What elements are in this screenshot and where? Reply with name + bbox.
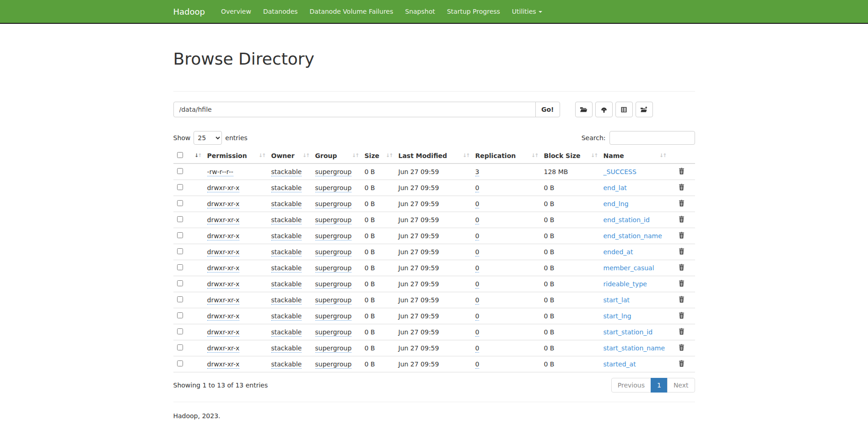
move-to-folder-button[interactable]: [636, 102, 653, 117]
file-name-link[interactable]: started_at: [604, 360, 636, 368]
file-name-link[interactable]: end_station_name: [604, 232, 662, 240]
permission-cell[interactable]: -rw-r--r--: [207, 168, 233, 176]
owner-cell[interactable]: stackable: [271, 216, 302, 224]
delete-button[interactable]: [679, 280, 685, 287]
owner-cell[interactable]: stackable: [271, 232, 302, 240]
permission-cell[interactable]: drwxr-xr-x: [207, 280, 240, 289]
delete-button[interactable]: [679, 248, 685, 255]
group-cell[interactable]: supergroup: [315, 280, 352, 289]
replication-cell[interactable]: 0: [475, 280, 480, 289]
row-checkbox[interactable]: [177, 200, 183, 206]
column-header-select-all[interactable]: ↓↑: [173, 148, 204, 164]
file-name-link[interactable]: start_station_name: [604, 344, 665, 352]
group-cell[interactable]: supergroup: [315, 296, 352, 305]
pagination-next[interactable]: Next: [667, 378, 695, 393]
row-checkbox[interactable]: [177, 280, 183, 286]
row-checkbox[interactable]: [177, 360, 183, 366]
file-name-link[interactable]: end_station_id: [604, 216, 650, 224]
owner-cell[interactable]: stackable: [271, 328, 302, 337]
owner-cell[interactable]: stackable: [271, 200, 302, 208]
select-all-checkbox[interactable]: [177, 152, 183, 158]
nav-item-startup-progress[interactable]: Startup Progress: [441, 0, 506, 23]
group-cell[interactable]: supergroup: [315, 200, 352, 208]
file-name-link[interactable]: start_lng: [604, 312, 631, 320]
column-header-group[interactable]: Group↓↑: [312, 148, 361, 164]
delete-button[interactable]: [679, 216, 685, 223]
row-checkbox[interactable]: [177, 264, 183, 270]
upload-file-button[interactable]: [595, 102, 613, 117]
column-header-owner[interactable]: Owner↓↑: [268, 148, 312, 164]
file-name-link[interactable]: end_lat: [604, 184, 627, 191]
replication-cell[interactable]: 0: [475, 200, 480, 208]
owner-cell[interactable]: stackable: [271, 248, 302, 256]
row-checkbox[interactable]: [177, 168, 183, 174]
replication-cell[interactable]: 3: [475, 168, 480, 176]
owner-cell[interactable]: stackable: [271, 168, 302, 176]
group-cell[interactable]: supergroup: [315, 232, 352, 240]
row-checkbox[interactable]: [177, 296, 183, 302]
brand-hadoop[interactable]: Hadoop: [173, 7, 205, 16]
delete-button[interactable]: [679, 200, 685, 207]
delete-button[interactable]: [679, 296, 685, 303]
delete-button[interactable]: [679, 328, 685, 335]
page-size-select[interactable]: 25: [194, 131, 222, 145]
delete-button[interactable]: [679, 168, 685, 175]
file-name-link[interactable]: member_casual: [604, 264, 654, 272]
delete-button[interactable]: [679, 344, 685, 351]
nav-item-utilities[interactable]: Utilities: [506, 0, 548, 23]
row-checkbox[interactable]: [177, 344, 183, 350]
delete-button[interactable]: [679, 232, 685, 239]
owner-cell[interactable]: stackable: [271, 280, 302, 289]
group-cell[interactable]: supergroup: [315, 184, 352, 192]
replication-cell[interactable]: 0: [475, 296, 480, 305]
file-name-link[interactable]: start_station_id: [604, 328, 653, 336]
pagination-page-1[interactable]: 1: [651, 378, 668, 393]
group-cell[interactable]: supergroup: [315, 312, 352, 321]
go-button[interactable]: Go!: [535, 102, 560, 117]
column-header-name[interactable]: Name↓↑: [600, 148, 669, 164]
file-name-link[interactable]: end_lng: [604, 200, 629, 207]
row-checkbox[interactable]: [177, 312, 183, 318]
permission-cell[interactable]: drwxr-xr-x: [207, 232, 240, 240]
file-name-link[interactable]: _SUCCESS: [604, 168, 636, 175]
permission-cell[interactable]: drwxr-xr-x: [207, 216, 240, 224]
create-directory-button[interactable]: [575, 102, 593, 117]
permission-cell[interactable]: drwxr-xr-x: [207, 248, 240, 256]
nav-item-datanodes[interactable]: Datanodes: [257, 0, 304, 23]
row-checkbox[interactable]: [177, 232, 183, 238]
file-name-link[interactable]: rideable_type: [604, 280, 647, 288]
nav-item-overview[interactable]: Overview: [215, 0, 257, 23]
delete-button[interactable]: [679, 312, 685, 319]
group-cell[interactable]: supergroup: [315, 248, 352, 256]
replication-cell[interactable]: 0: [475, 184, 480, 192]
replication-cell[interactable]: 0: [475, 328, 480, 337]
permission-cell[interactable]: drwxr-xr-x: [207, 296, 240, 305]
nav-item-snapshot[interactable]: Snapshot: [399, 0, 441, 23]
owner-cell[interactable]: stackable: [271, 344, 302, 353]
owner-cell[interactable]: stackable: [271, 184, 302, 192]
delete-button[interactable]: [679, 184, 685, 191]
column-header-block-size[interactable]: Block Size↓↑: [540, 148, 600, 164]
replication-cell[interactable]: 0: [475, 344, 480, 353]
owner-cell[interactable]: stackable: [271, 264, 302, 273]
replication-cell[interactable]: 0: [475, 360, 480, 369]
row-checkbox[interactable]: [177, 216, 183, 222]
permission-cell[interactable]: drwxr-xr-x: [207, 360, 240, 369]
permission-cell[interactable]: drwxr-xr-x: [207, 344, 240, 353]
owner-cell[interactable]: stackable: [271, 360, 302, 369]
replication-cell[interactable]: 0: [475, 216, 480, 224]
replication-cell[interactable]: 0: [475, 232, 480, 240]
owner-cell[interactable]: stackable: [271, 296, 302, 305]
directory-path-input[interactable]: [173, 102, 536, 117]
permission-cell[interactable]: drwxr-xr-x: [207, 328, 240, 337]
storage-policy-button[interactable]: [615, 102, 633, 117]
group-cell[interactable]: supergroup: [315, 344, 352, 353]
row-checkbox[interactable]: [177, 328, 183, 334]
row-checkbox[interactable]: [177, 184, 183, 190]
file-name-link[interactable]: ended_at: [604, 248, 633, 256]
replication-cell[interactable]: 0: [475, 248, 480, 256]
column-header-permission[interactable]: Permission↓↑: [204, 148, 268, 164]
table-search-input[interactable]: [609, 131, 695, 145]
permission-cell[interactable]: drwxr-xr-x: [207, 200, 240, 208]
row-checkbox[interactable]: [177, 248, 183, 254]
